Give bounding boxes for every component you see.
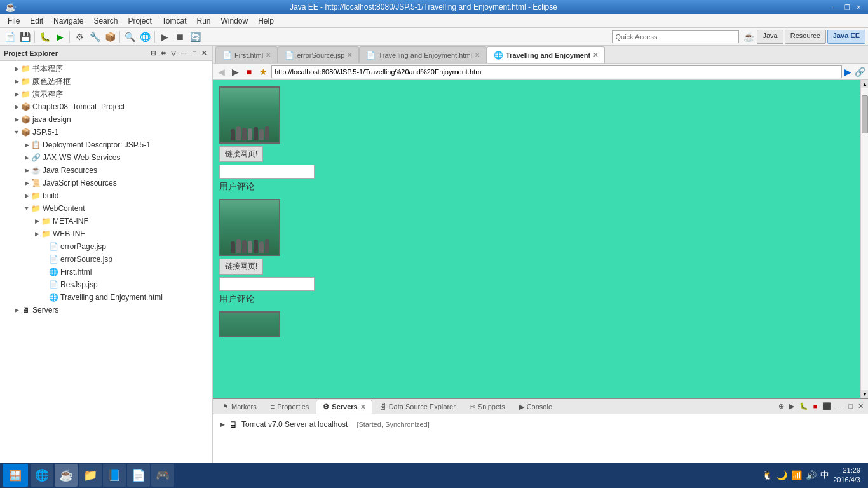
- collapse-all-btn[interactable]: ⊟: [149, 49, 158, 57]
- debug-btn[interactable]: 🐛: [37, 30, 51, 44]
- window-controls[interactable]: — ❐ ✕: [831, 3, 863, 11]
- menu-tomcat[interactable]: Tomcat: [157, 15, 192, 27]
- tool-6[interactable]: ▶: [158, 30, 172, 44]
- link-btn-1[interactable]: 链接网页!: [219, 146, 263, 162]
- panel-maximize-btn[interactable]: □: [191, 49, 198, 57]
- bookmark-btn[interactable]: ★: [257, 67, 269, 77]
- menu-project[interactable]: Project: [123, 15, 156, 27]
- tool-8[interactable]: 🔄: [188, 30, 202, 44]
- scroll-up-btn[interactable]: ▲: [861, 80, 868, 88]
- tree-item-servers[interactable]: ▶ 🖥 Servers: [0, 304, 212, 316]
- minimize-btn[interactable]: —: [831, 3, 840, 11]
- tray-qq[interactable]: 🐧: [762, 470, 773, 480]
- tree-item-javadesign[interactable]: ▶ 📦 java design: [0, 113, 212, 126]
- quick-access-input[interactable]: Quick Access: [612, 30, 739, 43]
- link-editor-btn[interactable]: ⇔: [159, 49, 168, 57]
- tool-5[interactable]: 🌐: [138, 30, 152, 44]
- taskbar-item-2[interactable]: ☕: [55, 464, 78, 487]
- servers-close-btn[interactable]: ✕: [360, 403, 365, 410]
- start-server-btn[interactable]: ▶: [787, 402, 796, 411]
- perspective-resource[interactable]: Resource: [785, 30, 826, 44]
- tree-item-meta-inf[interactable]: ▶ 📁 META-INF: [0, 215, 212, 227]
- server-expand-arrow[interactable]: ▶: [220, 421, 225, 428]
- panel-menu-btn[interactable]: ▽: [169, 49, 178, 57]
- tree-item-travelling-html[interactable]: 🌐 Travelling and Enjoyment.html: [0, 291, 212, 304]
- menu-edit[interactable]: Edit: [25, 15, 48, 27]
- tool-7[interactable]: ⏹: [173, 30, 187, 44]
- tool-2[interactable]: 🔧: [88, 30, 102, 44]
- menu-window[interactable]: Window: [216, 15, 254, 27]
- taskbar-game[interactable]: 🎮: [151, 464, 174, 487]
- tree-item-js-resources[interactable]: ▶ 📜 JavaScript Resources: [0, 177, 212, 189]
- tab-errorsource-jsp[interactable]: 📄 errorSource.jsp ✕: [278, 46, 359, 63]
- comment-input-1[interactable]: [219, 165, 315, 179]
- tab-close-btn[interactable]: ✕: [266, 51, 271, 58]
- scroll-down-btn[interactable]: ▼: [861, 390, 868, 398]
- save-btn[interactable]: 💾: [18, 30, 32, 44]
- panel-close-btn[interactable]: ✕: [200, 49, 208, 57]
- forward-btn[interactable]: ▶: [229, 67, 241, 77]
- browser-scrollbar[interactable]: ▲ ▼: [860, 80, 868, 398]
- address-input[interactable]: [271, 65, 842, 78]
- start-button[interactable]: 🪟: [3, 464, 28, 487]
- new-btn[interactable]: 📄: [3, 30, 17, 44]
- tree-item-webcontent[interactable]: ▼ 📁 WebContent: [0, 202, 212, 215]
- tray-network[interactable]: 📶: [791, 470, 802, 480]
- perspective-icon[interactable]: ☕: [742, 30, 756, 44]
- tree-item-web-inf[interactable]: ▶ 📁 WEB-INF: [0, 227, 212, 240]
- tab-close-btn[interactable]: ✕: [593, 51, 598, 58]
- tray-volume[interactable]: 🔊: [806, 470, 817, 480]
- tree-item-jsp51[interactable]: ▼ 📦 JSP.5-1: [0, 126, 212, 139]
- tree-item-java-resources[interactable]: ▶ ☕ Java Resources: [0, 164, 212, 177]
- tree-item-resjsp[interactable]: 📄 ResJsp.jsp: [0, 278, 212, 291]
- comment-input-2[interactable]: [219, 277, 315, 291]
- tool-1[interactable]: ⚙: [72, 30, 86, 44]
- tab-snippets[interactable]: ✂ Snippets: [463, 400, 512, 414]
- maximize-bottom-btn[interactable]: □: [846, 402, 855, 411]
- menu-run[interactable]: Run: [191, 15, 215, 27]
- new-server-btn[interactable]: ⊕: [776, 402, 786, 411]
- tree-item-errorpage-jsp[interactable]: 📄 errorPage.jsp: [0, 240, 212, 253]
- stop-server-btn[interactable]: ■: [811, 402, 820, 411]
- panel-minimize-btn[interactable]: —: [179, 49, 189, 57]
- tool-3[interactable]: 📦: [103, 30, 117, 44]
- run-btn[interactable]: ▶: [53, 30, 67, 44]
- tree-item-errorsource-jsp[interactable]: 📄 errorSource.jsp: [0, 253, 212, 266]
- tab-markers[interactable]: ⚑ Markers: [215, 400, 264, 414]
- menu-help[interactable]: Help: [253, 15, 279, 27]
- back-btn[interactable]: ◀: [215, 67, 227, 77]
- tool-4[interactable]: 🔍: [123, 30, 137, 44]
- debug-server-btn[interactable]: 🐛: [797, 402, 810, 411]
- tab-properties[interactable]: ≡ Properties: [264, 400, 316, 414]
- tab-console[interactable]: ▶ Console: [512, 400, 559, 414]
- menu-navigate[interactable]: Navigate: [48, 15, 88, 27]
- tree-item-build[interactable]: ▶ 📁 build: [0, 189, 212, 202]
- go-btn[interactable]: ▶: [844, 67, 851, 77]
- tab-servers[interactable]: ⚙ Servers ✕: [316, 400, 372, 414]
- tree-item-shubenchengxu[interactable]: ▶ 📁 书本程序: [0, 62, 212, 75]
- tab-travelling-html[interactable]: 📄 Travelling and Enjoyment.html ✕: [359, 46, 487, 63]
- tray-moon[interactable]: 🌙: [776, 470, 787, 480]
- tab-close-btn[interactable]: ✕: [475, 51, 480, 58]
- perspective-javaee[interactable]: Java EE: [827, 30, 865, 44]
- tray-lang[interactable]: 中: [820, 470, 829, 481]
- stop-btn[interactable]: ■: [243, 67, 255, 77]
- taskbar-pdf[interactable]: 📄: [127, 464, 150, 487]
- tab-first-html[interactable]: 📄 First.html ✕: [215, 46, 278, 63]
- tree-item-yanshi[interactable]: ▶ 📁 演示程序: [0, 88, 212, 100]
- taskbar-ie[interactable]: 🌐: [31, 464, 53, 487]
- disconnect-btn[interactable]: ⬛: [820, 402, 833, 411]
- close-btn[interactable]: ✕: [854, 3, 863, 11]
- tree-item-jaxws[interactable]: ▶ 🔗 JAX-WS Web Services: [0, 151, 212, 164]
- menu-file[interactable]: File: [3, 15, 25, 27]
- tab-travelling-browser[interactable]: 🌐 Travelling and Enjoyment ✕: [487, 46, 605, 63]
- tab-datasource[interactable]: 🗄 Data Source Explorer: [372, 400, 463, 414]
- tree-item-yanse[interactable]: ▶ 📁 颜色选择框: [0, 75, 212, 88]
- perspective-java[interactable]: Java: [757, 30, 783, 44]
- tab-close-btn[interactable]: ✕: [347, 51, 352, 58]
- taskbar-word[interactable]: 📘: [103, 464, 126, 487]
- external-link-btn[interactable]: 🔗: [854, 67, 865, 77]
- close-bottom-btn[interactable]: ✕: [856, 402, 865, 411]
- taskbar-folder[interactable]: 📁: [79, 464, 102, 487]
- server-row[interactable]: ▶ 🖥 Tomcat v7.0 Server at localhost [Sta…: [218, 417, 863, 432]
